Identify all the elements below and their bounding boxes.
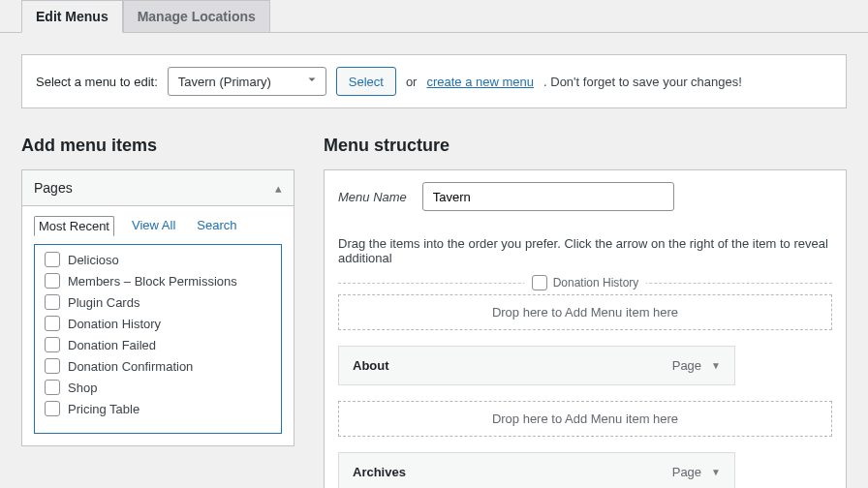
list-item-label: Plugin Cards [68,295,140,310]
list-item-label: Donation Confirmation [68,359,193,374]
or-text: or [406,75,418,89]
select-button[interactable]: Select [336,67,396,96]
reminder-text: . Don't forget to save your changes! [543,75,742,89]
menu-structure-heading: Menu structure [324,136,847,156]
menu-name-row: Menu Name [324,169,847,223]
list-item-label: Shop [68,381,97,395]
subtab-search[interactable]: Search [193,216,240,236]
menu-item-type: Page [672,358,701,373]
accordion-title: Pages [34,180,73,196]
drag-label-text: Donation History [553,276,639,290]
list-item[interactable]: Plugin Cards [35,291,281,313]
menu-item-archives[interactable]: Archives Page ▼ [338,452,735,488]
list-item[interactable]: Shop [35,377,281,398]
list-item-label: Pricing Table [68,402,140,416]
checkbox[interactable] [45,401,60,416]
menu-structure-body: Drag the items into the order you prefer… [324,223,847,488]
main-tabs: Edit Menus Manage Locations [0,0,868,33]
menu-item-title: About [353,358,389,373]
subtab-most-recent[interactable]: Most Recent [34,216,114,236]
pages-accordion: Pages ▴ Most Recent View All Search Deli… [21,169,294,446]
list-item-label: Donation Failed [68,338,156,352]
list-item[interactable]: Members – Block Permissions [35,270,281,291]
list-item[interactable]: Delicioso [35,249,281,270]
list-item-label: Donation History [68,317,161,331]
checkbox[interactable] [45,358,60,374]
menu-item-about[interactable]: About Page ▼ [338,346,735,385]
list-item[interactable]: Donation Confirmation [35,355,281,377]
menu-item-type: Page [672,465,701,479]
drop-zone[interactable]: Drop here to Add Menu item here [338,294,832,330]
menu-name-label: Menu Name [338,190,407,204]
menu-item-title: Archives [353,465,406,479]
checkbox[interactable] [532,275,547,290]
checkbox[interactable] [45,294,60,310]
caret-down-icon[interactable]: ▼ [711,360,721,371]
checkbox[interactable] [45,380,60,395]
checkbox[interactable] [45,316,60,331]
checkbox[interactable] [45,337,60,352]
checkbox[interactable] [45,252,60,267]
tab-manage-locations[interactable]: Manage Locations [123,0,270,32]
list-item[interactable]: Donation History [35,313,281,334]
subtab-view-all[interactable]: View All [128,216,179,236]
dragging-item-label: Donation History [338,275,832,290]
checkbox[interactable] [45,273,60,289]
menu-select-dropdown[interactable]: Tavern (Primary) [168,67,326,96]
menu-name-input[interactable] [422,182,674,211]
list-item-label: Members – Block Permissions [68,274,237,289]
caret-down-icon[interactable]: ▼ [711,467,721,477]
create-new-menu-link[interactable]: create a new menu [426,75,534,89]
drop-zone[interactable]: Drop here to Add Menu item here [338,401,832,437]
list-item[interactable]: Donation Failed [35,334,281,355]
pages-list[interactable]: Delicioso Members – Block Permissions Pl… [34,244,282,434]
add-menu-items-heading: Add menu items [21,136,294,156]
structure-hint: Drag the items into the order you prefer… [338,236,832,265]
select-menu-label: Select a menu to edit: [36,75,158,89]
pages-accordion-header[interactable]: Pages ▴ [22,170,294,206]
menu-select-row: Select a menu to edit: Tavern (Primary) … [21,54,847,108]
list-item[interactable]: Pricing Table [35,398,281,419]
caret-up-icon: ▴ [275,181,282,196]
tab-edit-menus[interactable]: Edit Menus [21,0,123,33]
pages-subtabs: Most Recent View All Search [22,206,294,244]
list-item-label: Delicioso [68,253,119,267]
